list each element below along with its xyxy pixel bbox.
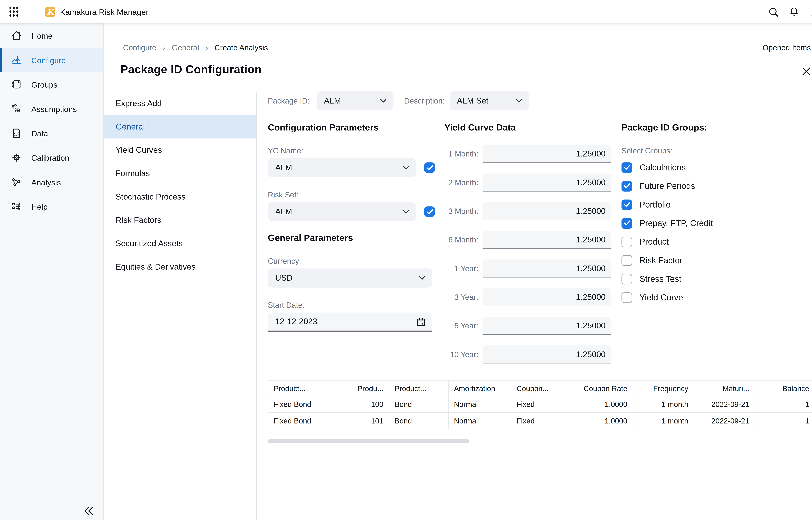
sidebar-item-data[interactable]: Data [0,121,104,145]
risk-set-dropdown[interactable]: ALM [268,202,416,221]
breadcrumb-configure[interactable]: Configure [123,43,157,52]
chevron-down-icon [403,165,410,170]
chevron-down-icon [380,99,387,103]
package-id-groups-heading: Package ID Groups: [621,123,812,133]
yield-row-5-year: 5 Year: 1.25000 [444,317,611,335]
currency-dropdown[interactable]: USD [268,268,432,288]
app-bar-actions [768,6,812,17]
configuration-parameters-section: Configuration Parameters YC Name: ALM Ri… [268,123,443,332]
yc-name-label: YC Name: [268,147,443,155]
risk-set-checkbox[interactable] [424,206,435,217]
yield-input-5-year[interactable]: 1.25000 [482,317,611,335]
subnav-item-general[interactable]: General [104,115,256,139]
portfolio-checkbox[interactable] [621,199,632,210]
package-bar: Package ID: ALM Description: ALM Set [268,91,529,110]
sidebar-item-help[interactable]: Help [0,194,104,218]
subnav-item-formulas[interactable]: Formulas [104,162,256,185]
package-id-dropdown[interactable]: ALM [316,91,393,110]
page-title: Package ID Configuration [120,63,262,77]
close-icon[interactable] [802,67,811,76]
breadcrumb-general[interactable]: General [172,43,199,52]
sidebar-item-analysis[interactable]: Analysis [0,170,104,194]
configuration-parameters-heading: Configuration Parameters [268,123,443,133]
group-row-portfolio: Portfolio [621,199,812,210]
general-parameters-heading: General Parameters [268,233,443,243]
prepay-ftp-credit-checkbox[interactable] [621,218,632,228]
col-header-coupon-rate[interactable]: Coupon Rate [572,381,633,396]
col-header-product-id[interactable]: Produ... [329,381,389,396]
yield-input-1-month[interactable]: 1.25000 [482,145,611,163]
start-date-input[interactable]: 12-12-2023 [268,312,432,332]
future-periods-checkbox[interactable] [621,181,632,191]
subnav-item-express-add[interactable]: Express Add [104,92,256,115]
group-row-calculations: Calculations [621,162,812,173]
yield-input-3-month[interactable]: 1.25000 [482,202,611,220]
app-launcher-grid-icon[interactable] [8,6,20,18]
chevron-down-icon [403,210,410,214]
col-header-maturity[interactable]: Maturi... [694,381,755,396]
risk-factor-checkbox[interactable] [621,255,632,265]
group-row-yield-curve: Yield Curve [621,292,812,303]
col-header-balance[interactable]: Balance [755,381,812,396]
risk-set-label: Risk Set: [268,190,443,199]
sidebar-item-home[interactable]: Home [0,23,104,48]
col-header-coupon[interactable]: Coupon... [511,381,572,396]
chevron-down-icon [516,99,522,103]
table-horizontal-scrollbar[interactable] [268,439,469,443]
yc-name-checkbox[interactable] [424,162,435,173]
group-row-prepay-ftp-credit: Prepay, FTP, Credit [621,217,812,229]
yield-input-2-month[interactable]: 1.25000 [482,174,611,191]
currency-label: Currency: [268,257,443,265]
yield-input-6-month[interactable]: 1.25000 [482,231,611,249]
breadcrumb-separator: › [205,43,208,52]
configure-subnav: Express Add General Yield Curves Formula… [104,92,257,520]
help-list-icon [10,201,22,212]
subnav-item-risk-factors[interactable]: Risk Factors [104,208,256,232]
breadcrumb-separator: › [163,43,165,52]
calculations-checkbox[interactable] [621,162,632,173]
yield-row-1-year: 1 Year: 1.25000 [444,260,611,278]
brand: K Kamakura Risk Manager [45,7,148,17]
sidebar-collapse-icon[interactable] [83,506,94,516]
yield-row-3-month: 3 Month: 1.25000 [444,202,611,220]
subnav-item-stochastic-process[interactable]: Stochastic Process [104,185,256,209]
start-date-label: Start Date: [268,301,443,309]
yield-input-1-year[interactable]: 1.25000 [482,260,611,278]
opened-items-link[interactable]: Opened Items [762,44,811,52]
table-row[interactable]: Fixed Bond 100 Bond Normal Fixed 1.0000 … [268,396,812,413]
user-account-icon[interactable] [809,6,812,17]
description-label: Description: [404,97,445,105]
notifications-bell-icon[interactable] [789,6,800,17]
yield-input-10-year[interactable]: 1.25000 [482,345,611,364]
yield-curve-checkbox[interactable] [621,292,632,303]
data-document-icon [10,127,22,139]
package-id-label: Package ID: [268,97,310,105]
home-icon [10,30,22,42]
product-checkbox[interactable] [621,236,632,247]
search-icon[interactable] [768,6,779,17]
sidebar-item-configure[interactable]: Configure [0,48,104,72]
yc-name-dropdown[interactable]: ALM [268,158,416,177]
col-header-product-type[interactable]: Product... [389,381,448,396]
stress-test-checkbox[interactable] [621,274,632,284]
select-groups-label: Select Groups: [621,147,812,155]
col-header-amortization[interactable]: Amortization [448,381,511,396]
table-row[interactable]: Fixed Bond 101 Bond Normal Fixed 1.0000 … [268,413,812,429]
yield-input-3-year[interactable]: 1.25000 [482,288,611,306]
sidebar-item-groups[interactable]: Groups [0,72,104,97]
description-dropdown[interactable]: ALM Set [450,91,529,110]
group-row-risk-factor: Risk Factor [621,255,812,266]
sidebar-item-assumptions[interactable]: Assumptions [0,97,104,121]
subnav-item-yield-curves[interactable]: Yield Curves [104,138,256,162]
subnav-item-equities-derivatives[interactable]: Equities & Derivatives [104,255,256,279]
primary-sidebar: Home Configure Groups [0,23,104,520]
subnav-item-securitized-assets[interactable]: Securitized Assets [104,232,256,255]
package-id-groups-section: Package ID Groups: Select Groups: Calcul… [621,123,812,303]
col-header-product-sorted[interactable]: Product...↑ [268,381,329,396]
col-header-frequency[interactable]: Frequency [633,381,694,396]
sort-ascending-icon: ↑ [309,385,312,393]
sidebar-item-calibration[interactable]: Calibration [0,146,104,170]
group-row-product: Product [621,236,812,247]
calendar-icon[interactable] [416,316,426,327]
kamakura-risk-manager-window: K Kamakura Risk Manager [0,0,812,520]
